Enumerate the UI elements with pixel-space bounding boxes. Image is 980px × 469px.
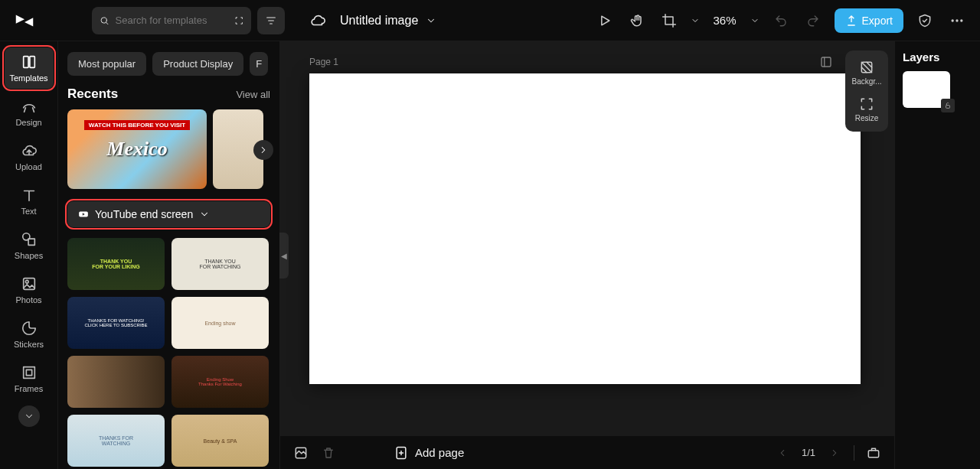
- chevron-down-icon: [24, 411, 34, 422]
- frames-icon: [21, 364, 38, 381]
- chevron-down-icon: [199, 209, 210, 220]
- search-input[interactable]: [116, 15, 228, 26]
- canvas-viewport[interactable]: Page 1 Backgr... Resize: [280, 41, 894, 435]
- svg-rect-10: [23, 367, 34, 379]
- layers-toggle[interactable]: [292, 445, 309, 461]
- bottom-bar: Add page 1/1: [280, 435, 894, 469]
- layers-title: Layers: [903, 50, 972, 64]
- layer-item[interactable]: [903, 71, 950, 108]
- templates-icon: [21, 54, 38, 70]
- shield-button[interactable]: [914, 10, 936, 31]
- nav-text[interactable]: Text: [5, 181, 54, 222]
- svg-rect-18: [946, 106, 950, 109]
- scan-icon[interactable]: [234, 15, 244, 27]
- cloud-icon[interactable]: [309, 12, 326, 29]
- search-box[interactable]: [92, 7, 251, 34]
- template-item[interactable]: THANKS FORWATCHING: [67, 415, 165, 467]
- template-item[interactable]: Ending show: [172, 297, 269, 349]
- top-controls: 36% Export: [594, 8, 969, 33]
- add-page-button[interactable]: Add page: [394, 445, 464, 461]
- nav-templates[interactable]: Templates: [5, 47, 54, 89]
- app-logo[interactable]: [12, 8, 37, 33]
- svg-point-3: [960, 19, 962, 21]
- filter-icon: [265, 15, 277, 27]
- text-icon: [21, 187, 38, 204]
- chevron-right-icon: [829, 448, 840, 458]
- chip-product-display[interactable]: Product Display: [152, 52, 243, 76]
- chevron-left-icon: [777, 448, 788, 458]
- more-button[interactable]: [946, 10, 968, 31]
- svg-point-2: [956, 19, 958, 21]
- nav-more[interactable]: [18, 405, 40, 427]
- svg-rect-13: [822, 57, 831, 67]
- present-button[interactable]: [865, 445, 882, 461]
- zoom-level[interactable]: 36%: [714, 14, 737, 27]
- recents-header: Recents View all: [67, 86, 270, 102]
- main-area: Templates Design Upload Text Shapes Phot…: [0, 41, 980, 469]
- background-icon: [859, 60, 874, 75]
- page-indicator: 1/1: [802, 447, 815, 458]
- next-page[interactable]: [826, 445, 843, 461]
- chevron-down-icon[interactable]: [750, 16, 760, 25]
- chevron-down-icon[interactable]: [691, 16, 700, 25]
- svg-rect-5: [29, 57, 34, 68]
- resize-icon: [859, 96, 874, 112]
- category-selector[interactable]: YouTube end screen: [67, 201, 270, 227]
- template-item[interactable]: THANK YOUFOR WATCHING: [172, 238, 269, 290]
- nav-stickers[interactable]: Stickers: [5, 314, 54, 355]
- view-all-link[interactable]: View all: [236, 89, 270, 100]
- photos-icon: [21, 275, 38, 292]
- hand-tool[interactable]: [626, 10, 648, 31]
- export-button[interactable]: Export: [835, 8, 903, 33]
- nav-upload[interactable]: Upload: [5, 136, 54, 178]
- youtube-icon: [78, 209, 89, 220]
- undo-button[interactable]: [770, 10, 792, 31]
- recents-title: Recents: [67, 86, 118, 102]
- prev-page[interactable]: [774, 445, 791, 461]
- svg-rect-4: [23, 57, 28, 68]
- nav-shapes[interactable]: Shapes: [5, 225, 54, 266]
- nav-photos[interactable]: Photos: [5, 269, 54, 311]
- resize-tool[interactable]: Resize: [855, 93, 879, 125]
- play-button[interactable]: [594, 10, 616, 31]
- template-item[interactable]: [67, 356, 165, 408]
- chip-most-popular[interactable]: Most popular: [67, 52, 146, 76]
- templates-grid: THANK YOUFOR YOUR LIKING THANK YOUFOR WA…: [67, 238, 270, 469]
- stickers-icon: [21, 320, 38, 337]
- trash-icon: [322, 446, 335, 460]
- redo-button[interactable]: [802, 10, 824, 31]
- filter-button[interactable]: [257, 7, 285, 34]
- svg-point-1: [952, 19, 954, 21]
- canvas-side-tools: Backgr... Resize: [845, 50, 888, 132]
- chip-overflow[interactable]: F: [250, 52, 268, 76]
- nav-frames[interactable]: Frames: [5, 358, 54, 399]
- svg-rect-17: [868, 450, 878, 457]
- category-label: YouTube end screen: [95, 208, 193, 220]
- canvas-area: ◀ Page 1 Backgr... Resize: [280, 41, 894, 469]
- page-label: Page 1: [309, 57, 338, 67]
- crop-tool[interactable]: [658, 10, 680, 31]
- template-item[interactable]: THANKS FOR WATCHING!CLICK HERE TO SUBSCR…: [67, 297, 165, 349]
- add-page-icon: [394, 445, 409, 461]
- nav-design[interactable]: Design: [5, 92, 54, 133]
- layer-lock[interactable]: [941, 99, 955, 112]
- background-tool[interactable]: Backgr...: [852, 57, 882, 89]
- template-item[interactable]: Beauty & SPA: [172, 415, 269, 467]
- template-item[interactable]: Ending ShowThanks For Watching: [172, 356, 269, 408]
- templates-panel: Most popular Product Display F Recents V…: [58, 41, 280, 469]
- title-area: Untitled image: [309, 12, 436, 29]
- delete-button[interactable]: [320, 445, 337, 461]
- layers-icon: [293, 445, 309, 461]
- canvas-page[interactable]: [309, 73, 861, 384]
- document-title[interactable]: Untitled image: [340, 14, 418, 28]
- recent-title-text: Mexico: [106, 138, 167, 161]
- svg-point-9: [25, 280, 28, 283]
- chevron-down-icon[interactable]: [426, 15, 436, 26]
- export-icon: [845, 15, 858, 27]
- recents-next[interactable]: [253, 140, 273, 160]
- page-expand[interactable]: [819, 55, 835, 70]
- chevron-right-icon: [258, 145, 269, 155]
- recent-template-1[interactable]: WATCH THIS BEFORE YOU VISIT Mexico: [67, 109, 207, 189]
- template-item[interactable]: THANK YOUFOR YOUR LIKING: [67, 238, 165, 290]
- upload-icon: [21, 142, 38, 159]
